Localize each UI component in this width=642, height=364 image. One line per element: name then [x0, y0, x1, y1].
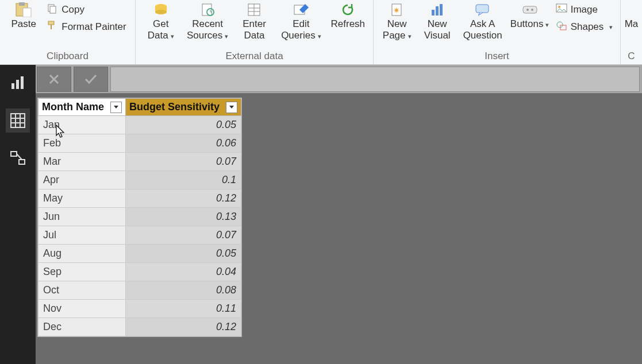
svg-point-9 — [155, 10, 167, 14]
data-canvas: Month Name Budget Sensitivity Jan0.05Feb… — [36, 94, 642, 364]
formula-input[interactable] — [110, 67, 640, 92]
copy-label: Copy — [61, 4, 84, 16]
table-row[interactable]: Jul0.07 — [39, 226, 241, 245]
cell-budget-sensitivity[interactable]: 0.05 — [126, 245, 241, 263]
table-row[interactable]: Oct0.08 — [39, 281, 241, 300]
new-visual-button[interactable]: New Visual — [419, 1, 456, 47]
cell-month-name[interactable]: Aug — [39, 245, 126, 263]
copy-button[interactable]: Copy — [44, 1, 128, 18]
cell-budget-sensitivity[interactable]: 0.07 — [126, 226, 241, 245]
cell-budget-sensitivity[interactable]: 0.07 — [126, 153, 241, 171]
close-icon — [48, 73, 60, 86]
cell-budget-sensitivity[interactable]: 0.12 — [126, 318, 241, 336]
table-row[interactable]: Jun0.13 — [39, 208, 241, 226]
new-page-button[interactable]: ✷ New Page — [379, 1, 416, 47]
partial-button[interactable]: Ma — [623, 1, 640, 47]
svg-rect-22 — [476, 5, 489, 13]
format-painter-icon — [47, 20, 58, 34]
nav-model-view[interactable] — [6, 146, 30, 171]
format-painter-label: Format Painter — [61, 21, 126, 33]
svg-rect-39 — [19, 160, 25, 164]
new-visual-icon — [426, 2, 449, 17]
copy-icon — [47, 3, 58, 17]
buttons-button[interactable]: Buttons — [510, 1, 550, 47]
svg-rect-2 — [23, 8, 31, 17]
table-row[interactable]: Dec0.12 — [39, 318, 241, 336]
svg-rect-4 — [50, 6, 56, 13]
chevron-down-icon — [113, 104, 119, 110]
cell-month-name[interactable]: Sep — [39, 263, 126, 281]
cell-budget-sensitivity[interactable]: 0.11 — [126, 300, 241, 318]
cell-budget-sensitivity[interactable]: 0.08 — [126, 281, 241, 300]
cell-month-name[interactable]: Jul — [39, 226, 126, 245]
svg-point-27 — [558, 6, 560, 8]
svg-rect-32 — [21, 76, 24, 89]
filter-button-budget-sensitivity[interactable] — [226, 102, 237, 113]
cell-month-name[interactable]: Nov — [39, 300, 126, 318]
cell-month-name[interactable]: Oct — [39, 281, 126, 300]
refresh-icon — [336, 2, 359, 17]
column-header-month-name[interactable]: Month Name — [39, 99, 126, 116]
refresh-button[interactable]: Refresh — [326, 1, 370, 47]
image-button[interactable]: Image — [553, 1, 616, 18]
table-row[interactable]: Sep0.04 — [39, 263, 241, 281]
get-data-label: Get Data — [139, 18, 182, 42]
ask-a-question-button[interactable]: Ask A Question — [459, 1, 506, 47]
svg-rect-38 — [11, 152, 17, 156]
edit-queries-button[interactable]: Edit Queries — [279, 1, 322, 47]
table-row[interactable]: Mar0.07 — [39, 153, 241, 171]
shapes-label: Shapes — [571, 21, 604, 33]
data-table[interactable]: Month Name Budget Sensitivity Jan0.05Feb… — [38, 98, 241, 336]
get-data-button[interactable]: Get Data — [139, 1, 182, 47]
svg-rect-19 — [432, 10, 435, 16]
recent-sources-button[interactable]: Recent Sources — [186, 1, 229, 47]
column-header-budget-sensitivity[interactable]: Budget Sensitivity — [126, 99, 241, 116]
cell-budget-sensitivity[interactable]: 0.13 — [126, 208, 241, 226]
nav-report-view[interactable] — [6, 71, 30, 95]
cell-month-name[interactable]: May — [39, 189, 126, 208]
enter-data-icon — [243, 2, 266, 17]
shapes-button[interactable]: Shapes — [553, 18, 616, 36]
shapes-icon — [556, 21, 567, 34]
cell-budget-sensitivity[interactable]: 0.12 — [126, 189, 241, 208]
buttons-icon — [518, 2, 541, 17]
cell-month-name[interactable]: Mar — [39, 153, 126, 171]
cell-budget-sensitivity[interactable]: 0.06 — [126, 134, 241, 153]
new-visual-label: New Visual — [419, 18, 456, 41]
table-row[interactable]: Apr0.1 — [39, 171, 241, 189]
ribbon-group-label-partial: C — [624, 49, 639, 64]
table-header-row: Month Name Budget Sensitivity — [39, 99, 241, 116]
insert-small-buttons: Image Shapes — [553, 1, 616, 36]
ribbon-group-label-insert: Insert — [377, 49, 617, 64]
table-row[interactable]: Jan0.05 — [39, 116, 241, 134]
cell-month-name[interactable]: Dec — [39, 318, 126, 336]
new-page-label: New Page — [379, 18, 416, 42]
formula-accept-button[interactable] — [74, 67, 108, 92]
ribbon-group-insert: ✷ New Page New Visual Ask A Question — [374, 0, 621, 64]
cell-month-name[interactable]: Jun — [39, 208, 126, 226]
cell-month-name[interactable]: Apr — [39, 171, 126, 189]
table-row[interactable]: Nov0.11 — [39, 300, 241, 318]
column-header-budget-sensitivity-label: Budget Sensitivity — [129, 101, 220, 113]
svg-rect-29 — [560, 25, 566, 30]
svg-point-25 — [531, 9, 533, 11]
refresh-label: Refresh — [331, 18, 366, 30]
recent-sources-label: Recent Sources — [186, 18, 229, 42]
cell-month-name[interactable]: Jan — [39, 116, 126, 134]
formula-cancel-button[interactable] — [37, 67, 71, 92]
enter-data-button[interactable]: Enter Data — [233, 1, 276, 47]
cell-budget-sensitivity[interactable]: 0.1 — [126, 171, 241, 189]
nav-data-view[interactable] — [6, 109, 30, 133]
ask-a-question-icon — [471, 2, 494, 17]
cell-budget-sensitivity[interactable]: 0.05 — [126, 116, 241, 134]
partial-label: Ma — [625, 18, 639, 30]
format-painter-button[interactable]: Format Painter — [44, 18, 128, 36]
cell-budget-sensitivity[interactable]: 0.04 — [126, 263, 241, 281]
filter-button-month-name[interactable] — [110, 102, 122, 113]
image-label: Image — [571, 4, 598, 16]
table-row[interactable]: Feb0.06 — [39, 134, 241, 153]
table-row[interactable]: May0.12 — [39, 189, 241, 208]
paste-button[interactable]: Paste — [6, 1, 41, 47]
cell-month-name[interactable]: Feb — [39, 134, 126, 153]
table-row[interactable]: Aug0.05 — [39, 245, 241, 263]
